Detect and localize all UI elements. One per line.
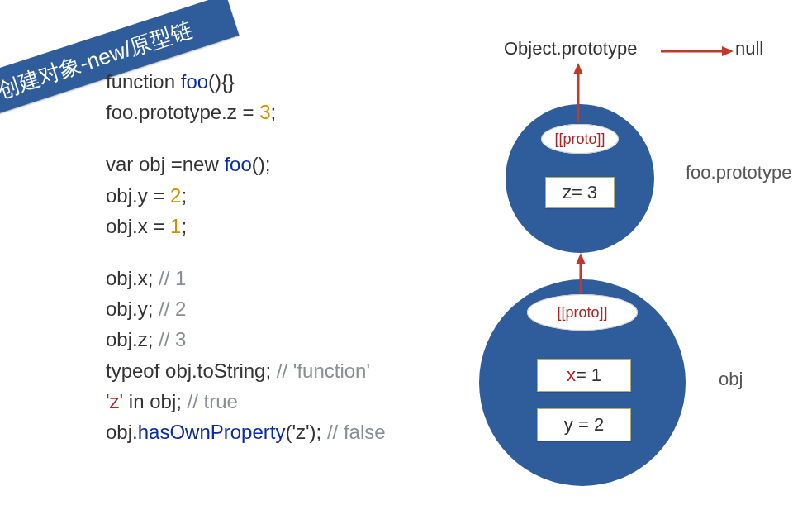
comment: // 1 xyxy=(159,267,186,289)
arrow-proto-to-null xyxy=(661,43,735,60)
number-literal: 2 xyxy=(170,184,181,207)
label-foo-prototype: foo.prototype xyxy=(686,162,791,183)
prop-z-value: = 3 xyxy=(572,182,597,203)
code-line-4: obj.y = 2; xyxy=(106,180,461,211)
code-text: obj.x = xyxy=(106,215,170,237)
code-text: var obj =new xyxy=(106,153,224,175)
code-line-3: var obj =new foo(); xyxy=(106,149,461,179)
string-literal: 'z' xyxy=(106,390,123,412)
label-obj: obj xyxy=(719,369,743,390)
svg-marker-5 xyxy=(576,253,586,264)
code-text: ('z'); xyxy=(285,421,326,443)
pill-proto-lower: [[proto]] xyxy=(527,294,638,331)
number-literal: 3 xyxy=(259,101,270,123)
code-tail: ; xyxy=(270,101,276,123)
code-line-8: obj.z; // 3 xyxy=(106,324,461,355)
comment: // 3 xyxy=(159,328,186,350)
fn-name-foo: foo xyxy=(224,153,251,175)
svg-marker-1 xyxy=(722,46,734,56)
prop-y: y = 2 xyxy=(564,414,604,436)
svg-marker-3 xyxy=(573,63,583,74)
code-text: in obj; xyxy=(123,390,187,412)
code-text: typeof obj.toString; xyxy=(106,360,277,382)
prop-x-value: = 1 xyxy=(576,364,601,386)
pill-proto-upper: [[proto]] xyxy=(541,124,619,154)
code-line-7: obj.y; // 2 xyxy=(106,293,461,324)
code-line-2: foo.prototype.z = 3; xyxy=(106,97,461,127)
code-line-5: obj.x = 1; xyxy=(106,211,461,241)
box-z: z = 3 xyxy=(545,177,615,208)
code-line-11: obj.hasOwnProperty('z'); // false xyxy=(106,417,461,447)
arrow-upper-to-top xyxy=(570,63,586,122)
prototype-chain-diagram: Object.prototype null [[proto]] z = 3 fo… xyxy=(463,38,810,501)
box-y: y = 2 xyxy=(537,408,631,441)
code-text: obj.z; xyxy=(106,328,159,350)
box-x: x = 1 xyxy=(537,359,631,392)
code-line-6: obj.x; // 1 xyxy=(106,263,461,293)
code-line-9: typeof obj.toString; // 'function' xyxy=(106,355,461,386)
code-line-10: 'z' in obj; // true xyxy=(106,386,461,417)
comment: // 'function' xyxy=(277,360,370,382)
comment: // true xyxy=(188,390,238,412)
number-literal: 1 xyxy=(170,215,181,237)
prop-x-name: x xyxy=(567,364,576,386)
code-block: function foo(){} foo.prototype.z = 3; va… xyxy=(106,66,461,447)
code-tail: ; xyxy=(181,184,187,207)
code-text: obj.x; xyxy=(106,267,159,289)
fn-name-foo: foo xyxy=(181,70,208,93)
code-tail: (); xyxy=(252,153,271,175)
label-null: null xyxy=(735,38,763,60)
method-hasOwnProperty: hasOwnProperty xyxy=(138,421,286,443)
code-text: obj. xyxy=(106,421,138,443)
arrow-lower-to-upper xyxy=(572,253,589,294)
code-text: obj.y; xyxy=(106,298,159,320)
code-line-1: function foo(){} xyxy=(106,66,461,97)
code-tail: ; xyxy=(181,215,187,237)
comment: // 2 xyxy=(159,298,186,320)
code-text: obj.y = xyxy=(106,184,170,207)
keyword-function: function xyxy=(106,70,175,93)
code-text: foo.prototype.z = xyxy=(106,101,259,123)
prop-z-name: z xyxy=(563,182,572,203)
label-object-prototype: Object.prototype xyxy=(504,38,637,60)
code-tail: (){} xyxy=(208,70,235,93)
comment: // false xyxy=(327,421,386,443)
